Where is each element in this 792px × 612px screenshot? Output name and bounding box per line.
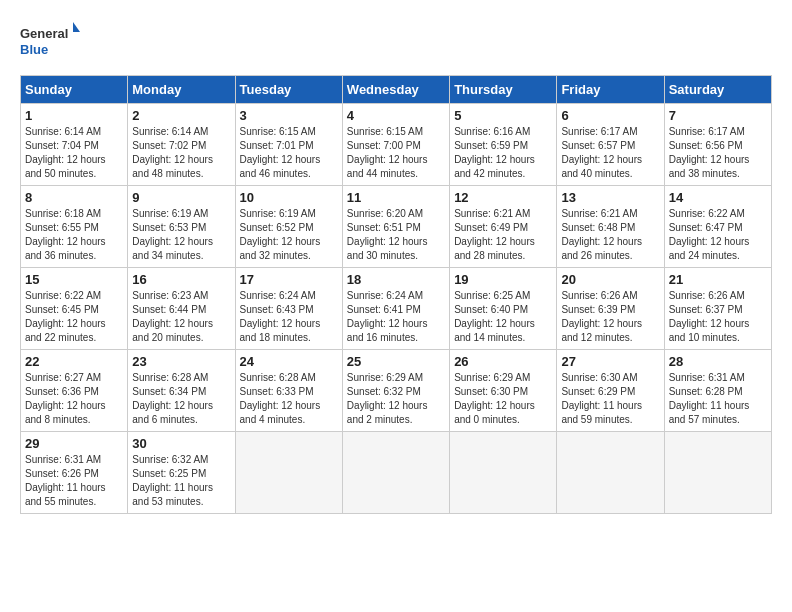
- day-info: Sunrise: 6:30 AM Sunset: 6:29 PM Dayligh…: [561, 371, 659, 427]
- day-number: 18: [347, 272, 445, 287]
- day-cell: 9Sunrise: 6:19 AM Sunset: 6:53 PM Daylig…: [128, 186, 235, 268]
- day-number: 16: [132, 272, 230, 287]
- day-cell: 25Sunrise: 6:29 AM Sunset: 6:32 PM Dayli…: [342, 350, 449, 432]
- day-number: 29: [25, 436, 123, 451]
- logo-svg: General Blue: [20, 20, 80, 65]
- day-cell: 14Sunrise: 6:22 AM Sunset: 6:47 PM Dayli…: [664, 186, 771, 268]
- day-cell: 6Sunrise: 6:17 AM Sunset: 6:57 PM Daylig…: [557, 104, 664, 186]
- day-number: 7: [669, 108, 767, 123]
- day-cell: [557, 432, 664, 514]
- day-number: 25: [347, 354, 445, 369]
- svg-text:Blue: Blue: [20, 42, 48, 57]
- day-info: Sunrise: 6:28 AM Sunset: 6:34 PM Dayligh…: [132, 371, 230, 427]
- day-info: Sunrise: 6:17 AM Sunset: 6:57 PM Dayligh…: [561, 125, 659, 181]
- logo: General Blue: [20, 20, 80, 65]
- day-info: Sunrise: 6:26 AM Sunset: 6:37 PM Dayligh…: [669, 289, 767, 345]
- day-cell: 24Sunrise: 6:28 AM Sunset: 6:33 PM Dayli…: [235, 350, 342, 432]
- day-cell: 15Sunrise: 6:22 AM Sunset: 6:45 PM Dayli…: [21, 268, 128, 350]
- day-cell: 4Sunrise: 6:15 AM Sunset: 7:00 PM Daylig…: [342, 104, 449, 186]
- day-cell: 30Sunrise: 6:32 AM Sunset: 6:25 PM Dayli…: [128, 432, 235, 514]
- day-cell: 13Sunrise: 6:21 AM Sunset: 6:48 PM Dayli…: [557, 186, 664, 268]
- day-number: 26: [454, 354, 552, 369]
- day-info: Sunrise: 6:16 AM Sunset: 6:59 PM Dayligh…: [454, 125, 552, 181]
- day-cell: 1Sunrise: 6:14 AM Sunset: 7:04 PM Daylig…: [21, 104, 128, 186]
- col-header-friday: Friday: [557, 76, 664, 104]
- day-number: 14: [669, 190, 767, 205]
- day-number: 23: [132, 354, 230, 369]
- day-cell: [342, 432, 449, 514]
- day-info: Sunrise: 6:24 AM Sunset: 6:43 PM Dayligh…: [240, 289, 338, 345]
- day-cell: 28Sunrise: 6:31 AM Sunset: 6:28 PM Dayli…: [664, 350, 771, 432]
- day-info: Sunrise: 6:27 AM Sunset: 6:36 PM Dayligh…: [25, 371, 123, 427]
- day-cell: [450, 432, 557, 514]
- day-number: 3: [240, 108, 338, 123]
- day-cell: 27Sunrise: 6:30 AM Sunset: 6:29 PM Dayli…: [557, 350, 664, 432]
- day-info: Sunrise: 6:17 AM Sunset: 6:56 PM Dayligh…: [669, 125, 767, 181]
- day-cell: 2Sunrise: 6:14 AM Sunset: 7:02 PM Daylig…: [128, 104, 235, 186]
- day-number: 6: [561, 108, 659, 123]
- day-cell: 12Sunrise: 6:21 AM Sunset: 6:49 PM Dayli…: [450, 186, 557, 268]
- day-number: 24: [240, 354, 338, 369]
- day-number: 15: [25, 272, 123, 287]
- day-number: 27: [561, 354, 659, 369]
- col-header-saturday: Saturday: [664, 76, 771, 104]
- day-cell: 3Sunrise: 6:15 AM Sunset: 7:01 PM Daylig…: [235, 104, 342, 186]
- day-cell: 26Sunrise: 6:29 AM Sunset: 6:30 PM Dayli…: [450, 350, 557, 432]
- day-info: Sunrise: 6:31 AM Sunset: 6:26 PM Dayligh…: [25, 453, 123, 509]
- day-number: 17: [240, 272, 338, 287]
- day-info: Sunrise: 6:29 AM Sunset: 6:30 PM Dayligh…: [454, 371, 552, 427]
- week-row-2: 8Sunrise: 6:18 AM Sunset: 6:55 PM Daylig…: [21, 186, 772, 268]
- day-number: 21: [669, 272, 767, 287]
- col-header-sunday: Sunday: [21, 76, 128, 104]
- day-info: Sunrise: 6:20 AM Sunset: 6:51 PM Dayligh…: [347, 207, 445, 263]
- svg-text:General: General: [20, 26, 68, 41]
- day-info: Sunrise: 6:31 AM Sunset: 6:28 PM Dayligh…: [669, 371, 767, 427]
- day-number: 12: [454, 190, 552, 205]
- day-info: Sunrise: 6:14 AM Sunset: 7:04 PM Dayligh…: [25, 125, 123, 181]
- day-info: Sunrise: 6:25 AM Sunset: 6:40 PM Dayligh…: [454, 289, 552, 345]
- col-header-thursday: Thursday: [450, 76, 557, 104]
- day-cell: [235, 432, 342, 514]
- day-info: Sunrise: 6:15 AM Sunset: 7:00 PM Dayligh…: [347, 125, 445, 181]
- day-info: Sunrise: 6:21 AM Sunset: 6:48 PM Dayligh…: [561, 207, 659, 263]
- day-info: Sunrise: 6:18 AM Sunset: 6:55 PM Dayligh…: [25, 207, 123, 263]
- day-number: 8: [25, 190, 123, 205]
- day-cell: 11Sunrise: 6:20 AM Sunset: 6:51 PM Dayli…: [342, 186, 449, 268]
- day-cell: 16Sunrise: 6:23 AM Sunset: 6:44 PM Dayli…: [128, 268, 235, 350]
- svg-marker-2: [73, 22, 80, 32]
- week-row-3: 15Sunrise: 6:22 AM Sunset: 6:45 PM Dayli…: [21, 268, 772, 350]
- day-info: Sunrise: 6:24 AM Sunset: 6:41 PM Dayligh…: [347, 289, 445, 345]
- day-cell: 29Sunrise: 6:31 AM Sunset: 6:26 PM Dayli…: [21, 432, 128, 514]
- day-number: 11: [347, 190, 445, 205]
- day-number: 20: [561, 272, 659, 287]
- day-info: Sunrise: 6:15 AM Sunset: 7:01 PM Dayligh…: [240, 125, 338, 181]
- day-cell: 7Sunrise: 6:17 AM Sunset: 6:56 PM Daylig…: [664, 104, 771, 186]
- day-number: 4: [347, 108, 445, 123]
- day-info: Sunrise: 6:19 AM Sunset: 6:52 PM Dayligh…: [240, 207, 338, 263]
- day-number: 30: [132, 436, 230, 451]
- day-cell: 19Sunrise: 6:25 AM Sunset: 6:40 PM Dayli…: [450, 268, 557, 350]
- day-info: Sunrise: 6:26 AM Sunset: 6:39 PM Dayligh…: [561, 289, 659, 345]
- col-header-tuesday: Tuesday: [235, 76, 342, 104]
- day-info: Sunrise: 6:29 AM Sunset: 6:32 PM Dayligh…: [347, 371, 445, 427]
- day-cell: 22Sunrise: 6:27 AM Sunset: 6:36 PM Dayli…: [21, 350, 128, 432]
- day-number: 22: [25, 354, 123, 369]
- col-header-monday: Monday: [128, 76, 235, 104]
- day-cell: 20Sunrise: 6:26 AM Sunset: 6:39 PM Dayli…: [557, 268, 664, 350]
- day-cell: 10Sunrise: 6:19 AM Sunset: 6:52 PM Dayli…: [235, 186, 342, 268]
- day-info: Sunrise: 6:21 AM Sunset: 6:49 PM Dayligh…: [454, 207, 552, 263]
- day-info: Sunrise: 6:23 AM Sunset: 6:44 PM Dayligh…: [132, 289, 230, 345]
- day-info: Sunrise: 6:14 AM Sunset: 7:02 PM Dayligh…: [132, 125, 230, 181]
- day-number: 5: [454, 108, 552, 123]
- day-number: 9: [132, 190, 230, 205]
- day-cell: 18Sunrise: 6:24 AM Sunset: 6:41 PM Dayli…: [342, 268, 449, 350]
- day-info: Sunrise: 6:32 AM Sunset: 6:25 PM Dayligh…: [132, 453, 230, 509]
- day-cell: 23Sunrise: 6:28 AM Sunset: 6:34 PM Dayli…: [128, 350, 235, 432]
- week-row-4: 22Sunrise: 6:27 AM Sunset: 6:36 PM Dayli…: [21, 350, 772, 432]
- week-row-1: 1Sunrise: 6:14 AM Sunset: 7:04 PM Daylig…: [21, 104, 772, 186]
- col-header-wednesday: Wednesday: [342, 76, 449, 104]
- day-cell: 17Sunrise: 6:24 AM Sunset: 6:43 PM Dayli…: [235, 268, 342, 350]
- day-cell: 8Sunrise: 6:18 AM Sunset: 6:55 PM Daylig…: [21, 186, 128, 268]
- day-info: Sunrise: 6:19 AM Sunset: 6:53 PM Dayligh…: [132, 207, 230, 263]
- week-row-5: 29Sunrise: 6:31 AM Sunset: 6:26 PM Dayli…: [21, 432, 772, 514]
